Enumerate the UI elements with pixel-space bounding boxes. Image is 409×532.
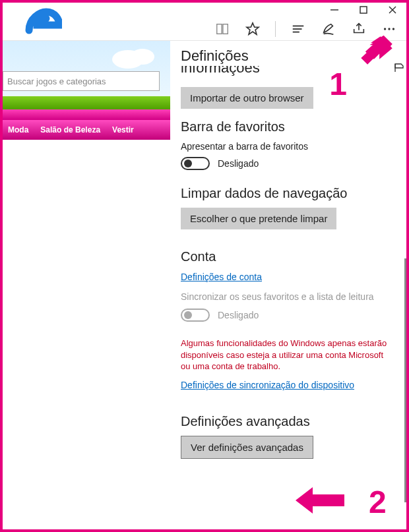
sync-toggle: Desligado bbox=[181, 309, 394, 322]
informacoes-heading: informações bbox=[181, 66, 260, 76]
minimize-button[interactable] bbox=[330, 5, 339, 15]
advanced-heading: Definições avançadas bbox=[181, 414, 394, 429]
page-grass bbox=[3, 96, 170, 109]
clear-data-heading: Limpar dados de navegação bbox=[181, 186, 394, 201]
svg-marker-6 bbox=[247, 23, 259, 34]
svg-marker-19 bbox=[296, 487, 344, 514]
cloud-icon bbox=[108, 45, 161, 71]
svg-rect-5 bbox=[223, 24, 228, 34]
sync-label: Sincronizar os seus favoritos e a lista … bbox=[181, 291, 394, 302]
menu-item[interactable]: Moda bbox=[8, 125, 28, 134]
page-band bbox=[3, 109, 170, 120]
annotation-number-2: 2 bbox=[369, 484, 387, 520]
window-controls bbox=[3, 3, 406, 17]
svg-rect-1 bbox=[360, 7, 367, 13]
scrollbar[interactable] bbox=[404, 258, 406, 502]
show-favorites-label: Apresentar a barra de favoritos bbox=[181, 141, 394, 152]
svg-point-12 bbox=[393, 28, 394, 30]
device-sync-link[interactable]: Definições de sincronização do dispositi… bbox=[181, 380, 354, 390]
import-browser-button[interactable]: Importar de outro browser bbox=[181, 87, 313, 109]
page-menu: Moda Salão de Beleza Vestir bbox=[3, 120, 170, 140]
search-placeholder: Buscar jogos e categorias bbox=[7, 76, 106, 86]
annotation-arrow-2 bbox=[293, 483, 379, 517]
menu-item[interactable]: Salão de Beleza bbox=[40, 125, 100, 134]
menu-item[interactable]: Vestir bbox=[112, 125, 134, 134]
hub-icon[interactable] bbox=[290, 21, 306, 37]
svg-rect-4 bbox=[217, 24, 222, 34]
annotation-number-1: 1 bbox=[329, 66, 347, 102]
reading-list-icon[interactable] bbox=[214, 21, 230, 37]
svg-point-14 bbox=[131, 49, 154, 65]
search-input[interactable]: Buscar jogos e categorias bbox=[3, 71, 160, 91]
annotation-arrow-1 bbox=[344, 34, 397, 94]
close-button[interactable] bbox=[388, 5, 397, 15]
favorite-icon[interactable] bbox=[245, 21, 261, 37]
favorites-toggle-state: Desligado bbox=[218, 158, 259, 169]
account-settings-link[interactable]: Definições de conta bbox=[181, 272, 262, 282]
svg-point-11 bbox=[388, 28, 390, 30]
view-advanced-button[interactable]: Ver definições avançadas bbox=[181, 436, 313, 459]
toolbar-divider bbox=[275, 21, 276, 37]
svg-point-10 bbox=[384, 28, 386, 30]
settings-panel: Definições informações Importar de outro… bbox=[170, 41, 406, 529]
content-area: Buscar jogos e categorias Moda Salão de … bbox=[3, 41, 406, 529]
account-heading: Conta bbox=[181, 249, 394, 264]
sync-warning: Algumas funcionalidades do Windows apena… bbox=[181, 338, 394, 372]
favorites-bar-heading: Barra de favoritos bbox=[181, 119, 394, 134]
sync-toggle-state: Desligado bbox=[218, 310, 259, 320]
favorites-toggle[interactable]: Desligado bbox=[181, 157, 394, 170]
maximize-button[interactable] bbox=[359, 5, 368, 15]
note-icon[interactable] bbox=[321, 21, 336, 37]
page-preview: Buscar jogos e categorias Moda Salão de … bbox=[3, 41, 170, 529]
choose-clear-button[interactable]: Escolher o que pretende limpar bbox=[181, 208, 336, 229]
